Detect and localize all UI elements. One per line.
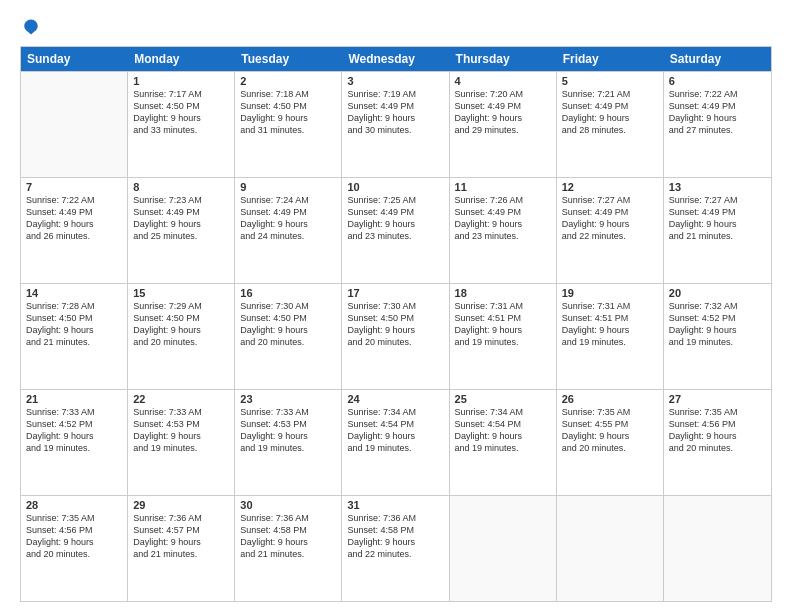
calendar-cell: 6Sunrise: 7:22 AM Sunset: 4:49 PM Daylig… (664, 72, 771, 177)
day-info: Sunrise: 7:27 AM Sunset: 4:49 PM Dayligh… (669, 194, 766, 243)
day-info: Sunrise: 7:31 AM Sunset: 4:51 PM Dayligh… (562, 300, 658, 349)
calendar-body: 1Sunrise: 7:17 AM Sunset: 4:50 PM Daylig… (21, 71, 771, 601)
day-info: Sunrise: 7:22 AM Sunset: 4:49 PM Dayligh… (669, 88, 766, 137)
day-number: 18 (455, 287, 551, 299)
calendar-cell: 28Sunrise: 7:35 AM Sunset: 4:56 PM Dayli… (21, 496, 128, 601)
calendar-cell (21, 72, 128, 177)
day-number: 17 (347, 287, 443, 299)
page: SundayMondayTuesdayWednesdayThursdayFrid… (0, 0, 792, 612)
day-info: Sunrise: 7:30 AM Sunset: 4:50 PM Dayligh… (240, 300, 336, 349)
weekday-header: Wednesday (342, 47, 449, 71)
day-number: 11 (455, 181, 551, 193)
day-info: Sunrise: 7:30 AM Sunset: 4:50 PM Dayligh… (347, 300, 443, 349)
calendar-cell: 1Sunrise: 7:17 AM Sunset: 4:50 PM Daylig… (128, 72, 235, 177)
header (20, 18, 772, 36)
day-number: 29 (133, 499, 229, 511)
calendar-cell: 5Sunrise: 7:21 AM Sunset: 4:49 PM Daylig… (557, 72, 664, 177)
calendar-row: 21Sunrise: 7:33 AM Sunset: 4:52 PM Dayli… (21, 389, 771, 495)
calendar-cell: 17Sunrise: 7:30 AM Sunset: 4:50 PM Dayli… (342, 284, 449, 389)
weekday-header: Monday (128, 47, 235, 71)
day-info: Sunrise: 7:31 AM Sunset: 4:51 PM Dayligh… (455, 300, 551, 349)
day-info: Sunrise: 7:34 AM Sunset: 4:54 PM Dayligh… (347, 406, 443, 455)
day-info: Sunrise: 7:23 AM Sunset: 4:49 PM Dayligh… (133, 194, 229, 243)
day-number: 12 (562, 181, 658, 193)
day-number: 7 (26, 181, 122, 193)
day-number: 15 (133, 287, 229, 299)
day-number: 25 (455, 393, 551, 405)
day-info: Sunrise: 7:20 AM Sunset: 4:49 PM Dayligh… (455, 88, 551, 137)
day-info: Sunrise: 7:32 AM Sunset: 4:52 PM Dayligh… (669, 300, 766, 349)
day-number: 26 (562, 393, 658, 405)
day-info: Sunrise: 7:33 AM Sunset: 4:52 PM Dayligh… (26, 406, 122, 455)
calendar-cell: 23Sunrise: 7:33 AM Sunset: 4:53 PM Dayli… (235, 390, 342, 495)
day-number: 1 (133, 75, 229, 87)
calendar-cell: 16Sunrise: 7:30 AM Sunset: 4:50 PM Dayli… (235, 284, 342, 389)
day-number: 28 (26, 499, 122, 511)
day-info: Sunrise: 7:35 AM Sunset: 4:56 PM Dayligh… (669, 406, 766, 455)
calendar-header: SundayMondayTuesdayWednesdayThursdayFrid… (21, 47, 771, 71)
day-number: 5 (562, 75, 658, 87)
day-info: Sunrise: 7:19 AM Sunset: 4:49 PM Dayligh… (347, 88, 443, 137)
day-number: 21 (26, 393, 122, 405)
day-info: Sunrise: 7:17 AM Sunset: 4:50 PM Dayligh… (133, 88, 229, 137)
weekday-header: Sunday (21, 47, 128, 71)
day-info: Sunrise: 7:34 AM Sunset: 4:54 PM Dayligh… (455, 406, 551, 455)
calendar-cell: 10Sunrise: 7:25 AM Sunset: 4:49 PM Dayli… (342, 178, 449, 283)
day-info: Sunrise: 7:24 AM Sunset: 4:49 PM Dayligh… (240, 194, 336, 243)
day-info: Sunrise: 7:25 AM Sunset: 4:49 PM Dayligh… (347, 194, 443, 243)
day-number: 13 (669, 181, 766, 193)
calendar-cell: 21Sunrise: 7:33 AM Sunset: 4:52 PM Dayli… (21, 390, 128, 495)
calendar-cell: 20Sunrise: 7:32 AM Sunset: 4:52 PM Dayli… (664, 284, 771, 389)
day-info: Sunrise: 7:35 AM Sunset: 4:55 PM Dayligh… (562, 406, 658, 455)
calendar-cell: 31Sunrise: 7:36 AM Sunset: 4:58 PM Dayli… (342, 496, 449, 601)
day-number: 27 (669, 393, 766, 405)
day-info: Sunrise: 7:22 AM Sunset: 4:49 PM Dayligh… (26, 194, 122, 243)
calendar-cell: 4Sunrise: 7:20 AM Sunset: 4:49 PM Daylig… (450, 72, 557, 177)
calendar-cell: 26Sunrise: 7:35 AM Sunset: 4:55 PM Dayli… (557, 390, 664, 495)
day-info: Sunrise: 7:28 AM Sunset: 4:50 PM Dayligh… (26, 300, 122, 349)
calendar-cell: 30Sunrise: 7:36 AM Sunset: 4:58 PM Dayli… (235, 496, 342, 601)
day-number: 3 (347, 75, 443, 87)
calendar-row: 7Sunrise: 7:22 AM Sunset: 4:49 PM Daylig… (21, 177, 771, 283)
calendar-cell: 8Sunrise: 7:23 AM Sunset: 4:49 PM Daylig… (128, 178, 235, 283)
day-number: 9 (240, 181, 336, 193)
calendar-row: 1Sunrise: 7:17 AM Sunset: 4:50 PM Daylig… (21, 71, 771, 177)
calendar-cell: 24Sunrise: 7:34 AM Sunset: 4:54 PM Dayli… (342, 390, 449, 495)
calendar-cell: 19Sunrise: 7:31 AM Sunset: 4:51 PM Dayli… (557, 284, 664, 389)
calendar-cell: 29Sunrise: 7:36 AM Sunset: 4:57 PM Dayli… (128, 496, 235, 601)
calendar-row: 28Sunrise: 7:35 AM Sunset: 4:56 PM Dayli… (21, 495, 771, 601)
logo-icon (22, 18, 40, 36)
day-number: 10 (347, 181, 443, 193)
logo (20, 18, 40, 36)
logo-text (20, 18, 40, 36)
calendar-cell: 14Sunrise: 7:28 AM Sunset: 4:50 PM Dayli… (21, 284, 128, 389)
day-number: 30 (240, 499, 336, 511)
calendar-cell (450, 496, 557, 601)
day-info: Sunrise: 7:33 AM Sunset: 4:53 PM Dayligh… (133, 406, 229, 455)
day-number: 20 (669, 287, 766, 299)
day-number: 22 (133, 393, 229, 405)
calendar-cell: 27Sunrise: 7:35 AM Sunset: 4:56 PM Dayli… (664, 390, 771, 495)
calendar-row: 14Sunrise: 7:28 AM Sunset: 4:50 PM Dayli… (21, 283, 771, 389)
calendar-cell (557, 496, 664, 601)
calendar-cell: 18Sunrise: 7:31 AM Sunset: 4:51 PM Dayli… (450, 284, 557, 389)
calendar-cell: 11Sunrise: 7:26 AM Sunset: 4:49 PM Dayli… (450, 178, 557, 283)
calendar-cell (664, 496, 771, 601)
day-number: 24 (347, 393, 443, 405)
calendar-cell: 12Sunrise: 7:27 AM Sunset: 4:49 PM Dayli… (557, 178, 664, 283)
day-number: 14 (26, 287, 122, 299)
weekday-header: Thursday (450, 47, 557, 71)
calendar-cell: 25Sunrise: 7:34 AM Sunset: 4:54 PM Dayli… (450, 390, 557, 495)
day-info: Sunrise: 7:35 AM Sunset: 4:56 PM Dayligh… (26, 512, 122, 561)
day-info: Sunrise: 7:26 AM Sunset: 4:49 PM Dayligh… (455, 194, 551, 243)
day-number: 2 (240, 75, 336, 87)
calendar-cell: 13Sunrise: 7:27 AM Sunset: 4:49 PM Dayli… (664, 178, 771, 283)
day-info: Sunrise: 7:33 AM Sunset: 4:53 PM Dayligh… (240, 406, 336, 455)
weekday-header: Friday (557, 47, 664, 71)
calendar: SundayMondayTuesdayWednesdayThursdayFrid… (20, 46, 772, 602)
day-info: Sunrise: 7:36 AM Sunset: 4:58 PM Dayligh… (240, 512, 336, 561)
weekday-header: Saturday (664, 47, 771, 71)
day-number: 16 (240, 287, 336, 299)
calendar-cell: 2Sunrise: 7:18 AM Sunset: 4:50 PM Daylig… (235, 72, 342, 177)
calendar-cell: 15Sunrise: 7:29 AM Sunset: 4:50 PM Dayli… (128, 284, 235, 389)
